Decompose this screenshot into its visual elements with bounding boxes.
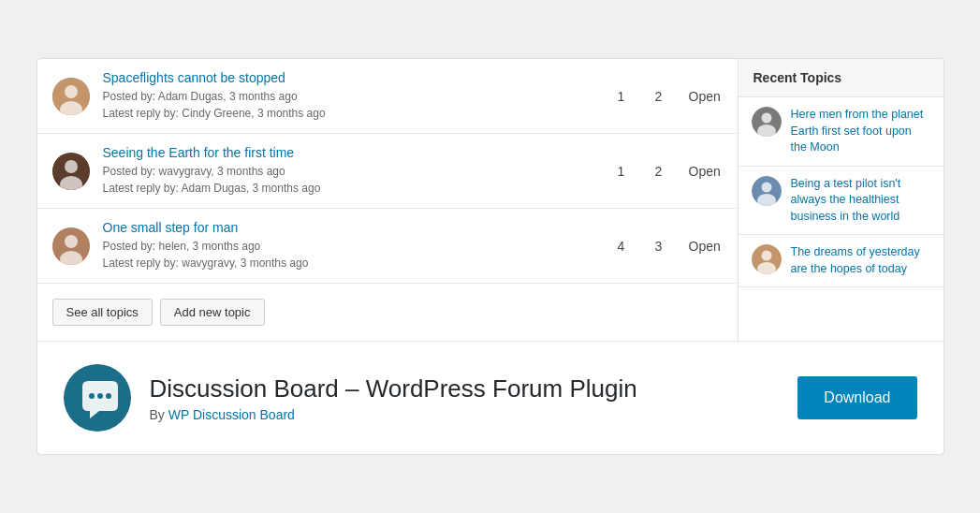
topic-info: One small step for man Posted by: helen,… — [103, 220, 601, 271]
topic-title[interactable]: Spaceflights cannot be stopped — [103, 70, 601, 85]
topic-latest-reply: Latest reply by: wavygravy, 3 months ago — [103, 255, 601, 271]
topic-posted-by: Posted by: wavygravy, 3 months ago — [103, 163, 601, 180]
topic-row: Seeing the Earth for the first time Post… — [37, 134, 738, 209]
svg-point-13 — [761, 182, 771, 192]
topic-row: One small step for man Posted by: helen,… — [37, 209, 738, 284]
recent-avatar — [752, 107, 782, 137]
topic-status: Open — [689, 239, 723, 254]
recent-topic-item: Here men from the planet Earth first set… — [739, 97, 943, 167]
topic-replies: 4 — [614, 239, 629, 254]
svg-point-10 — [761, 113, 771, 124]
topic-voices: 2 — [651, 164, 666, 179]
topic-info: Seeing the Earth for the first time Post… — [103, 145, 601, 197]
topic-replies: 1 — [614, 164, 629, 179]
svg-point-7 — [65, 235, 78, 248]
svg-point-4 — [65, 160, 78, 173]
recent-topic-link[interactable]: Being a test pilot isn't always the heal… — [791, 176, 930, 226]
recent-topic-item: The dreams of yesterday are the hopes of… — [739, 235, 943, 287]
svg-point-20 — [97, 393, 103, 399]
topic-replies: 1 — [614, 89, 629, 104]
topic-status: Open — [689, 164, 723, 179]
add-new-topic-button[interactable]: Add new topic — [160, 299, 265, 326]
recent-avatar — [752, 176, 782, 206]
topic-avatar — [52, 78, 90, 115]
see-all-topics-button[interactable]: See all topics — [52, 299, 153, 326]
recent-topic-link[interactable]: The dreams of yesterday are the hopes of… — [791, 244, 930, 277]
svg-point-1 — [65, 85, 78, 98]
recent-topic-link[interactable]: Here men from the planet Earth first set… — [791, 107, 930, 156]
recent-topic-item: Being a test pilot isn't always the heal… — [739, 167, 943, 236]
download-button[interactable]: Download — [797, 376, 916, 419]
topic-row: Spaceflights cannot be stopped Posted by… — [37, 59, 738, 134]
svg-point-16 — [761, 251, 771, 261]
forum-panel: Spaceflights cannot be stopped Posted by… — [37, 59, 738, 341]
topic-title[interactable]: One small step for man — [103, 220, 601, 235]
topic-latest-reply: Latest reply by: Cindy Greene, 3 months … — [103, 105, 601, 122]
actions-row: See all topics Add new topic — [37, 284, 738, 341]
author-prefix: By — [150, 407, 168, 422]
topic-stats: 1 2 Open — [614, 164, 723, 179]
topic-title[interactable]: Seeing the Earth for the first time — [103, 145, 601, 160]
svg-point-19 — [89, 393, 95, 399]
plugin-details: Discussion Board – WordPress Forum Plugi… — [150, 374, 780, 422]
topic-status: Open — [689, 89, 723, 104]
topic-posted-by: Posted by: helen, 3 months ago — [103, 238, 601, 255]
plugin-logo — [64, 364, 131, 432]
topic-avatar — [52, 153, 90, 190]
recent-topics-sidebar: Recent Topics Here men from the planet E… — [738, 59, 943, 341]
top-section: Spaceflights cannot be stopped Posted by… — [37, 59, 943, 341]
recent-avatar — [752, 244, 782, 274]
sidebar-title: Recent Topics — [739, 59, 943, 97]
author-link[interactable]: WP Discussion Board — [168, 407, 295, 422]
topic-latest-reply: Latest reply by: Adam Dugas, 3 months ag… — [103, 180, 601, 197]
topic-stats: 4 3 Open — [614, 239, 723, 254]
plugin-info-section: Discussion Board – WordPress Forum Plugi… — [37, 341, 943, 454]
topic-posted-by: Posted by: Adam Dugas, 3 months ago — [103, 88, 601, 105]
plugin-author: By WP Discussion Board — [150, 407, 780, 422]
topic-info: Spaceflights cannot be stopped Posted by… — [103, 70, 601, 122]
topic-voices: 2 — [651, 89, 666, 104]
plugin-title: Discussion Board – WordPress Forum Plugi… — [150, 374, 780, 403]
topic-avatar — [52, 227, 90, 265]
svg-point-21 — [106, 393, 111, 399]
plugin-card: Spaceflights cannot be stopped Posted by… — [37, 58, 944, 455]
topic-stats: 1 2 Open — [614, 89, 723, 104]
topic-voices: 3 — [651, 239, 666, 254]
